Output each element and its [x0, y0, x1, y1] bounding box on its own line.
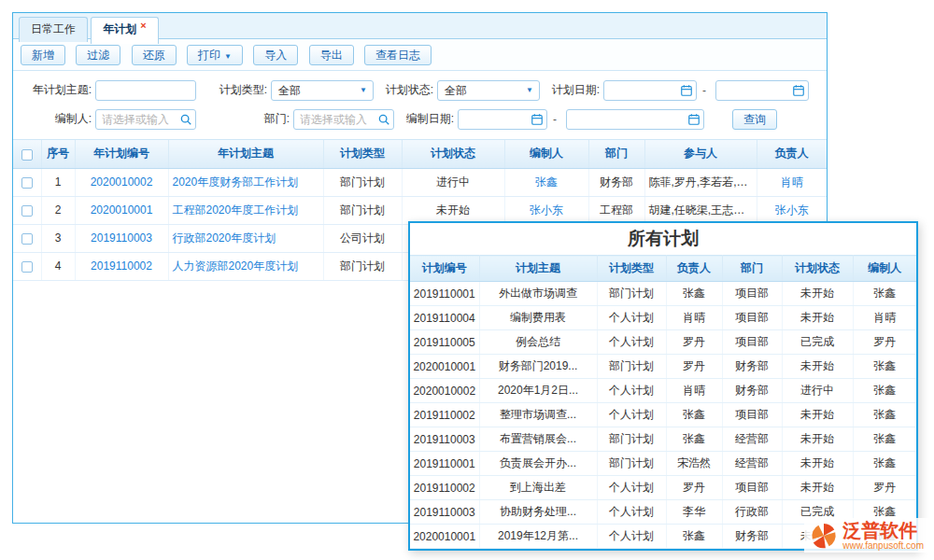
cell-plan-status: 未开始 [782, 306, 853, 330]
row-checkbox-cell[interactable] [13, 252, 41, 280]
tab-daily-work[interactable]: 日常工作 [19, 17, 88, 42]
header-compiler: 编制人 [504, 140, 588, 168]
department-field [293, 109, 394, 130]
cell-plan-id: 2020010002 [410, 379, 479, 403]
header-plan-id: 计划编号 [410, 256, 479, 282]
compile-date-from-field [458, 109, 547, 130]
row-checkbox[interactable] [21, 233, 33, 245]
compile-date-to-field [566, 109, 704, 130]
view-log-button[interactable]: 查看日志 [364, 45, 432, 65]
close-tab-icon[interactable]: × [140, 20, 146, 31]
cell-plan-topic: 负责展会开办... [479, 452, 597, 476]
table-row[interactable]: 2020010001财务部门2019...部门计划罗丹财务部未开始张鑫 [410, 355, 916, 379]
compiler-label: 编制人: [13, 111, 92, 127]
topic-field [95, 80, 196, 101]
calendar-icon[interactable] [680, 84, 693, 97]
cell-plan-topic[interactable]: 2020年度财务部工作计划 [168, 168, 323, 196]
row-checkbox[interactable] [21, 261, 33, 273]
cell-owner[interactable]: 肖晴 [757, 168, 827, 196]
cell-plan-type: 部门计划 [597, 452, 666, 476]
cell-plan-status: 未开始 [782, 452, 853, 476]
cell-plan-id: 2019110002 [410, 403, 479, 427]
table-row[interactable]: 2019110005例会总结个人计划罗丹项目部已完成罗丹 [410, 330, 916, 355]
table-row[interactable]: 22020010001工程部2020年度工作计划部门计划未开始张小东工程部胡建,… [13, 196, 827, 224]
cell-plan-code[interactable]: 2019110003 [75, 224, 168, 252]
table-row[interactable]: 2019110002整理市场调查...个人计划张鑫项目部未开始张鑫 [410, 403, 916, 427]
cell-plan-topic: 布置营销展会... [479, 427, 597, 452]
add-button[interactable]: 新增 [21, 45, 65, 65]
import-button[interactable]: 导入 [253, 45, 298, 65]
compile-date-to-input[interactable] [566, 109, 704, 130]
calendar-icon[interactable] [687, 113, 700, 126]
plan-type-select[interactable]: 全部 ▼ [271, 80, 374, 101]
compile-date-label: 编制日期: [394, 111, 454, 127]
cell-plan-code[interactable]: 2019110002 [75, 252, 168, 280]
cell-owner: 李华 [666, 500, 722, 525]
table-row[interactable]: 2019110004编制费用表个人计划肖晴项目部未开始肖晴 [410, 306, 916, 330]
row-checkbox[interactable] [21, 205, 33, 217]
table-row[interactable]: 120200100022020年度财务部工作计划部门计划进行中张鑫财务部陈菲,罗… [13, 168, 827, 196]
table-row[interactable]: 2019110001负责展会开办...部门计划宋浩然经营部未开始张鑫 [410, 452, 916, 476]
select-all-checkbox[interactable] [21, 149, 33, 161]
tab-annual-plan[interactable]: 年计划× [91, 17, 158, 44]
plan-type-select-value: 全部 [278, 84, 301, 97]
print-button[interactable]: 打印▼ [187, 45, 243, 65]
cell-dept: 财务部 [722, 525, 782, 549]
watermark-url: www.fanpusoft.com [842, 540, 924, 551]
row-checkbox-cell[interactable] [13, 224, 41, 252]
cell-plan-topic[interactable]: 人力资源部2020年度计划 [168, 252, 323, 280]
cell-owner: 肖晴 [666, 306, 722, 330]
cell-plan-type: 个人计划 [597, 500, 666, 525]
chevron-down-icon: ▼ [224, 52, 232, 61]
tab-bar: 日常工作 年计划× [13, 13, 827, 39]
table-row[interactable]: 2019110002到上海出差个人计划罗丹项目部未开始罗丹 [410, 476, 916, 500]
row-checkbox-cell[interactable] [13, 196, 41, 224]
toolbar: 新增 过滤 还原 打印▼ 导入 导出 查看日志 [13, 39, 827, 71]
cell-dept: 经营部 [722, 427, 782, 452]
table-header-row: 序号 年计划编号 年计划主题 计划类型 计划状态 编制人 部门 参与人 负责人 [13, 140, 827, 168]
cell-plan-status: 未开始 [782, 355, 853, 379]
cell-plan-id: 2019110003 [410, 500, 479, 525]
cell-plan-topic: 财务部门2019... [479, 355, 597, 379]
cell-dept: 项目部 [722, 476, 782, 500]
all-plans-table-body: 2019110001外出做市场调查部门计划张鑫项目部未开始张鑫201911000… [410, 282, 916, 549]
export-button[interactable]: 导出 [309, 45, 354, 65]
cell-owner: 罗丹 [666, 330, 722, 355]
topic-label: 年计划主题: [13, 82, 92, 98]
cell-plan-type: 公司计划 [323, 224, 402, 252]
cell-compiler[interactable]: 张鑫 [504, 168, 588, 196]
table-row[interactable]: 2019110003布置营销展会...部门计划张鑫经营部未开始张鑫 [410, 427, 916, 452]
topic-input[interactable] [95, 80, 196, 101]
cell-plan-topic: 2019年12月第... [479, 525, 597, 549]
cell-plan-status: 未开始 [402, 196, 504, 224]
cell-compiler[interactable]: 张小东 [504, 196, 588, 224]
cell-plan-type: 部门计划 [323, 168, 402, 196]
cell-dept: 项目部 [722, 306, 782, 330]
cell-plan-topic: 例会总结 [479, 330, 597, 355]
cell-plan-code[interactable]: 2020010002 [75, 168, 168, 196]
cell-dept: 项目部 [722, 282, 782, 306]
cell-plan-id: 2019110005 [410, 330, 479, 355]
search-icon[interactable] [179, 113, 192, 126]
table-row[interactable]: 20200100022020年1月2日...个人计划肖晴财务部进行中张鑫 [410, 379, 916, 403]
cell-plan-type: 部门计划 [597, 355, 666, 379]
search-icon[interactable] [377, 113, 390, 126]
header-owner: 负责人 [666, 256, 722, 282]
row-checkbox-cell[interactable] [13, 168, 41, 196]
restore-button[interactable]: 还原 [132, 45, 177, 65]
row-checkbox[interactable] [21, 177, 33, 189]
filter-button[interactable]: 过滤 [76, 45, 120, 65]
filter-panel: 年计划主题: 计划类型: 全部 ▼ 计划状态: 全部 ▼ 计划日期: - [13, 71, 827, 140]
query-button[interactable]: 查询 [732, 109, 777, 130]
table-row[interactable]: 2019110001外出做市场调查部门计划张鑫项目部未开始张鑫 [410, 282, 916, 306]
plan-status-select[interactable]: 全部 ▼ [437, 80, 540, 101]
plan-type-label: 计划类型: [196, 82, 267, 98]
cell-plan-code[interactable]: 2020010001 [75, 196, 168, 224]
cell-plan-topic[interactable]: 工程部2020年度工作计划 [168, 196, 323, 224]
calendar-icon[interactable] [792, 84, 805, 97]
cell-compiler: 罗丹 [853, 476, 916, 500]
cell-plan-topic[interactable]: 行政部2020年度计划 [168, 224, 323, 252]
calendar-icon[interactable] [531, 113, 544, 126]
all-plans-table: 计划编号 计划主题 计划类型 负责人 部门 计划状态 编制人 201911000… [410, 255, 916, 549]
cell-owner[interactable]: 张小东 [757, 196, 827, 224]
